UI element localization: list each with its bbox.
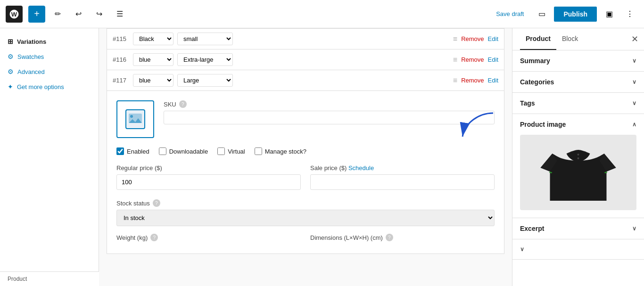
variation-row-116: #116 Black blue small medium Large Extra… [107, 49, 504, 70]
downloadable-checkbox[interactable] [159, 147, 166, 155]
variation-image-placeholder[interactable] [116, 100, 154, 138]
downloadable-checkbox-label[interactable]: Downloadable [159, 147, 208, 155]
scroll-more-header[interactable]: ∨ [512, 239, 644, 259]
sidebar-item-advanced[interactable]: ⚙ Advanced [0, 64, 99, 79]
variation-id-115: #115 [113, 35, 129, 42]
sale-price-input[interactable] [310, 174, 495, 190]
product-image-container [512, 135, 644, 218]
variation-color-select-115[interactable]: Black blue [133, 33, 173, 45]
main-content: #115 Black blue small medium Large Extra… [99, 28, 512, 286]
sale-price-label: Sale price ($) Schedule [310, 164, 495, 172]
stock-help-icon[interactable]: ? [153, 199, 160, 207]
sku-label: SKU ? [164, 100, 495, 108]
sidebar-toggle-button[interactable]: ▣ [601, 6, 618, 23]
stock-status-select[interactable]: In stock Out of stock On backorder [116, 210, 495, 226]
virtual-checkbox-label[interactable]: Virtual [217, 147, 245, 155]
stock-status-label: Stock status ? [116, 199, 495, 207]
svg-point-4 [130, 115, 133, 118]
panel-section-product-image: Product image ∧ [512, 114, 644, 218]
edit-link-115[interactable]: Edit [488, 35, 498, 42]
add-button[interactable]: + [28, 6, 45, 23]
wp-logo: W [6, 6, 23, 23]
sidebar-item-swatches[interactable]: ⚙ Swatches [0, 49, 99, 64]
product-thumbnail[interactable] [520, 135, 636, 210]
topbar: W + ✏ ↩ ↪ ☰ Save draft ▭ Publish ▣ ⋮ [0, 0, 644, 28]
view-button[interactable]: ▭ [533, 6, 550, 23]
schedule-link[interactable]: Schedule [348, 164, 374, 172]
variation-detail: SKU ? Enabled Downloadable [107, 91, 504, 254]
summary-section-header[interactable]: Summary ∨ [512, 50, 644, 71]
variation-size-select-115[interactable]: small medium Large Extra-large [177, 33, 233, 45]
remove-link-115[interactable]: Remove [461, 35, 484, 42]
dimensions-help-icon[interactable]: ? [386, 234, 393, 241]
drag-handle-116[interactable]: ≡ [453, 56, 457, 64]
virtual-checkbox[interactable] [217, 147, 225, 155]
drag-handle-115[interactable]: ≡ [453, 35, 457, 43]
sidebar-item-get-more[interactable]: ✦ Get more options [0, 79, 99, 94]
detail-top: SKU ? [116, 100, 495, 138]
sale-price-field: Sale price ($) Schedule [310, 164, 495, 190]
variation-id-116: #116 [113, 56, 129, 63]
gear-icon: ⚙ [8, 68, 14, 75]
remove-link-116[interactable]: Remove [461, 56, 484, 63]
sku-help-icon[interactable]: ? [179, 100, 187, 108]
regular-price-input[interactable] [116, 174, 301, 190]
tags-section-header[interactable]: Tags ∨ [512, 93, 644, 114]
excerpt-chevron-icon: ∨ [632, 225, 636, 232]
summary-chevron-icon: ∨ [632, 57, 636, 64]
enabled-checkbox-label[interactable]: Enabled [116, 147, 149, 155]
variation-size-select-116[interactable]: small medium Large Extra-large [177, 53, 233, 66]
tab-block[interactable]: Block [556, 28, 584, 50]
manage-stock-checkbox[interactable] [255, 147, 262, 155]
save-draft-button[interactable]: Save draft [490, 8, 529, 20]
sidebar-item-variations[interactable]: ⊞ Variations [0, 34, 99, 49]
close-panel-button[interactable]: ✕ [631, 34, 638, 44]
svg-point-7 [578, 157, 579, 159]
weight-help-icon[interactable]: ? [150, 234, 158, 241]
publish-button[interactable]: Publish [554, 7, 597, 22]
main-layout: ⊞ Variations ⚙ Swatches ⚙ Advanced ✦ Get… [0, 28, 644, 286]
dimensions-row: Weight (kg) ? Dimensions (L×W×H) (cm) ? [116, 234, 495, 244]
sku-section: SKU ? [164, 100, 495, 124]
pencil-button[interactable]: ✏ [49, 6, 66, 23]
svg-point-6 [578, 154, 579, 155]
product-image-chevron-icon: ∧ [632, 121, 636, 128]
product-image-svg [520, 135, 636, 210]
variation-color-select-116[interactable]: Black blue [133, 53, 173, 66]
categories-section-header[interactable]: Categories ∨ [512, 72, 644, 92]
variation-color-select-117[interactable]: Black blue [133, 74, 173, 87]
edit-link-116[interactable]: Edit [488, 56, 498, 63]
tags-chevron-icon: ∨ [632, 100, 636, 106]
weight-label: Weight (kg) ? [116, 234, 301, 241]
variation-row-117: #117 Black blue small medium Large Extra… [107, 70, 504, 91]
dimensions-field: Dimensions (L×W×H) (cm) ? [310, 234, 495, 244]
enabled-checkbox[interactable] [116, 147, 124, 155]
sku-input[interactable] [164, 111, 495, 124]
left-sidebar: ⊞ Variations ⚙ Swatches ⚙ Advanced ✦ Get… [0, 28, 99, 286]
excerpt-section-header[interactable]: Excerpt ∨ [512, 218, 644, 239]
redo-button[interactable]: ↪ [91, 6, 107, 23]
categories-chevron-icon: ∨ [632, 79, 636, 85]
variation-id-117: #117 [113, 77, 129, 84]
right-panel: Product Block ✕ Summary ∨ Categories ∨ T… [512, 28, 644, 286]
panel-section-categories: Categories ∨ [512, 72, 644, 93]
drag-handle-117[interactable]: ≡ [453, 76, 457, 85]
variation-size-select-117[interactable]: small medium Large Extra-large [177, 74, 233, 87]
undo-button[interactable]: ↩ [70, 6, 87, 23]
price-row: Regular price ($) Sale price ($) Schedul… [116, 164, 495, 190]
manage-stock-checkbox-label[interactable]: Manage stock? [255, 147, 306, 155]
swatches-icon: ⚙ [8, 53, 14, 60]
product-image-section-header[interactable]: Product image ∧ [512, 114, 644, 135]
svg-text:W: W [11, 11, 17, 18]
panel-tabs: Product Block ✕ [512, 28, 644, 50]
more-options-button[interactable]: ⋮ [621, 6, 638, 23]
menu-button[interactable]: ☰ [111, 6, 128, 23]
regular-price-field: Regular price ($) [116, 164, 301, 190]
scroll-more-chevron-icon: ∨ [520, 246, 524, 253]
variation-row-115: #115 Black blue small medium Large Extra… [107, 28, 504, 49]
panel-scroll-more: ∨ [512, 239, 644, 260]
content-inner: #115 Black blue small medium Large Extra… [99, 28, 512, 261]
edit-link-117[interactable]: Edit [488, 77, 498, 84]
tab-product[interactable]: Product [520, 28, 556, 50]
remove-link-117[interactable]: Remove [461, 77, 484, 84]
